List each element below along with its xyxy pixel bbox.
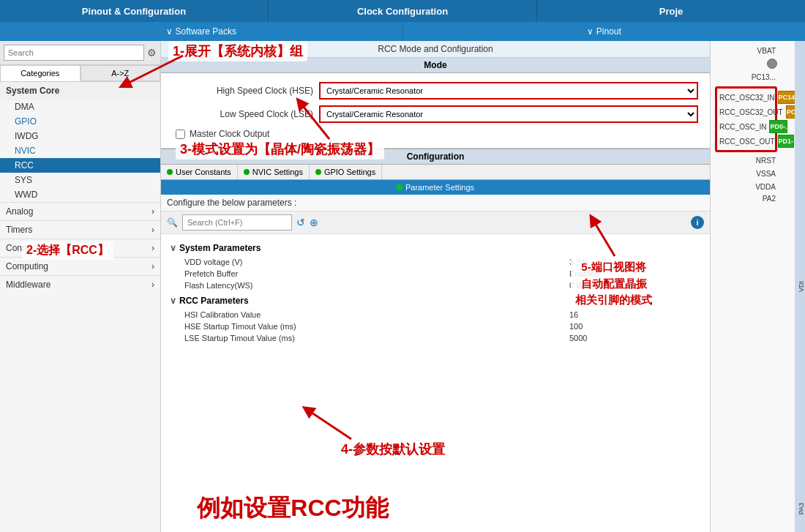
param-settings-label: Parameter Settings — [405, 183, 474, 192]
search-icon-param: 🔍 — [167, 217, 178, 228]
system-params-label: System Parameters — [179, 243, 261, 253]
param-flash: Flash Latency(WS) 0 WS (1 CPU cycle) — [170, 280, 701, 291]
param-search-row: 🔍 ↺ ⊕ i — [161, 211, 710, 234]
vbat-row: VBAT — [715, 45, 790, 56]
tab-az[interactable]: A->Z — [80, 65, 161, 81]
sidebar-item-sys[interactable]: SYS — [0, 173, 160, 187]
sidebar-category-timers[interactable]: Timers › — [0, 220, 160, 239]
refresh-icon-btn[interactable]: ↺ — [296, 217, 305, 228]
tab-param-settings[interactable]: Parameter Settings — [385, 180, 486, 195]
master-clock-label: Master Clock Output — [190, 129, 269, 139]
chevron-right-icon: › — [151, 206, 154, 217]
param-hsi-cal: HSI Calibration Value 16 — [170, 309, 701, 321]
pinout-btn[interactable]: ∨ Pinout — [403, 22, 806, 41]
pc13-label: PC13... — [752, 73, 776, 81]
configure-text: Configure the below parameters : — [161, 195, 710, 211]
system-core-header: System Core — [0, 82, 160, 100]
rcc-params-label: RCC Parameters — [179, 296, 249, 306]
software-packs-btn[interactable]: ∨ Software Packs — [0, 22, 403, 41]
circle-dot — [767, 59, 777, 69]
pin-pc14-box: PC14 — [778, 91, 796, 104]
timers-label: Timers — [6, 225, 32, 235]
pin-rcc-osc-out: RCC_OSC_OUT PD1- — [719, 135, 773, 148]
top-bar-pinout: Pinout & Configuration — [0, 0, 269, 22]
vssa-label: VSSA — [756, 170, 776, 178]
sidebar-item-rcc[interactable]: RCC — [0, 158, 160, 173]
hse-row: High Speed Clock (HSE) Crystal/Ceramic R… — [173, 82, 698, 100]
config-form: High Speed Clock (HSE) Crystal/Ceramic R… — [161, 73, 710, 149]
lse-select[interactable]: Crystal/Ceramic Resonator — [319, 105, 698, 123]
gear-icon-btn[interactable]: ⚙ — [147, 47, 157, 59]
pinout-label: Pinout — [596, 26, 621, 37]
sidebar-category-connectivity[interactable]: Connectivity › — [0, 239, 160, 257]
category-tab-row: Categories A->Z — [0, 65, 160, 82]
pa2-label: PA2 — [763, 195, 776, 203]
tab-nvic-settings[interactable]: NVIC Settings — [238, 165, 310, 179]
chevron-right-icon-conn: › — [151, 243, 154, 253]
vdi-strip: VDI — [795, 41, 805, 532]
tab-categories[interactable]: Categories — [0, 65, 80, 81]
search-bar: ⚙ — [0, 41, 160, 65]
software-packs-arrow: ∨ — [166, 26, 173, 37]
pc13-row: PC13... — [715, 72, 790, 82]
circle-row — [715, 59, 790, 69]
chevron-right-icon-mid: › — [151, 280, 154, 290]
hse-select[interactable]: Crystal/Ceramic Resonator — [319, 82, 698, 100]
system-params-group[interactable]: ∨ System Parameters — [170, 243, 701, 253]
info-icon-btn[interactable]: i — [691, 216, 704, 229]
rcc-params-group[interactable]: ∨ RCC Parameters — [170, 296, 701, 306]
right-panel: VDI VBAT PC13... RCC_OSC32_IN P — [710, 41, 805, 532]
hse-label: High Speed Clock (HSE) — [173, 86, 319, 96]
pa3-strip: PA3 — [795, 500, 805, 517]
sidebar-item-gpio[interactable]: GPIO — [0, 114, 160, 129]
system-core-label: System Core — [6, 86, 59, 96]
tab-user-constants[interactable]: User Constants — [161, 165, 238, 179]
master-clock-checkbox[interactable] — [176, 130, 185, 139]
sidebar-item-wwd[interactable]: WWD — [0, 187, 160, 202]
nrst-row: NRST — [715, 155, 790, 165]
center-content: RCC Mode and Configuration Mode High Spe… — [161, 41, 710, 532]
sidebar-category-middleware[interactable]: Middleware › — [0, 275, 160, 293]
user-constants-label: User Constants — [176, 168, 231, 176]
clock-tab-label: Clock Configuration — [357, 6, 448, 17]
pin-rcc-osc-in: RCC_OSC_IN PD0-. — [719, 120, 773, 133]
search-input[interactable] — [4, 45, 144, 61]
tab-gpio-settings[interactable]: GPIO Settings — [310, 165, 382, 179]
gear-icon: ⚙ — [147, 47, 157, 59]
sidebar-item-nvic[interactable]: NVIC — [0, 143, 160, 158]
param-vdd: VDD voltage (V) 3.3 V — [170, 256, 701, 268]
nrst-label: NRST — [756, 157, 776, 165]
rcc-osc32-in-label: RCC_OSC32_IN — [719, 94, 778, 102]
param-settings-tab-row: Parameter Settings — [161, 180, 710, 195]
expand-icon-btn[interactable]: ⊕ — [310, 217, 318, 228]
param-hse-startup: HSE Startup Timout Value (ms) 100 — [170, 321, 701, 332]
pin-pd0-box: PD0-. — [769, 120, 787, 133]
second-bar: ∨ Software Packs ∨ Pinout — [0, 22, 805, 41]
pinout-arrow: ∨ — [587, 26, 594, 37]
sidebar-item-dma[interactable]: DMA — [0, 100, 160, 114]
pin-diagram: VDI VBAT PC13... RCC_OSC32_IN P — [711, 41, 805, 532]
sidebar-category-analog[interactable]: Analog › — [0, 202, 160, 220]
rcc-osc-in-label: RCC_OSC_IN — [719, 123, 769, 131]
top-pins: VBAT PC13... RCC_OSC32_IN PC14 — [711, 41, 805, 207]
gpio-settings-label: GPIO Settings — [324, 168, 375, 176]
param-search-input[interactable] — [182, 214, 292, 231]
pinout-tab-label: Pinout & Configuration — [82, 6, 186, 17]
param-prefetch: Prefetch Buffer Enabled — [170, 268, 701, 280]
system-params-arrow: ∨ — [170, 243, 176, 253]
nvic-settings-label: NVIC Settings — [252, 168, 303, 176]
sidebar-item-iwdg[interactable]: IWDG — [0, 129, 160, 143]
user-constants-dot — [167, 169, 173, 175]
main-layout: ⚙ Categories A->Z System Core DMA GPIO I… — [0, 41, 805, 532]
project-tab-label: Proje — [659, 6, 684, 17]
top-bar-project: Proje — [537, 0, 805, 22]
chevron-right-icon-comp: › — [151, 261, 154, 271]
lse-row: Low Speed Clock (LSE) Crystal/Ceramic Re… — [173, 105, 698, 123]
pin-rcc-osc32-out: RCC_OSC32_OUT PC15. — [719, 105, 773, 119]
param-lse-startup: LSE Startup Timout Value (ms) 5000 — [170, 332, 701, 344]
param-settings-dot — [397, 184, 402, 190]
refresh-icon: ↺ — [296, 217, 305, 228]
sidebar-category-computing[interactable]: Computing › — [0, 257, 160, 275]
lse-label: Low Speed Clock (LSE) — [173, 109, 319, 119]
mode-section: Mode — [161, 58, 710, 73]
